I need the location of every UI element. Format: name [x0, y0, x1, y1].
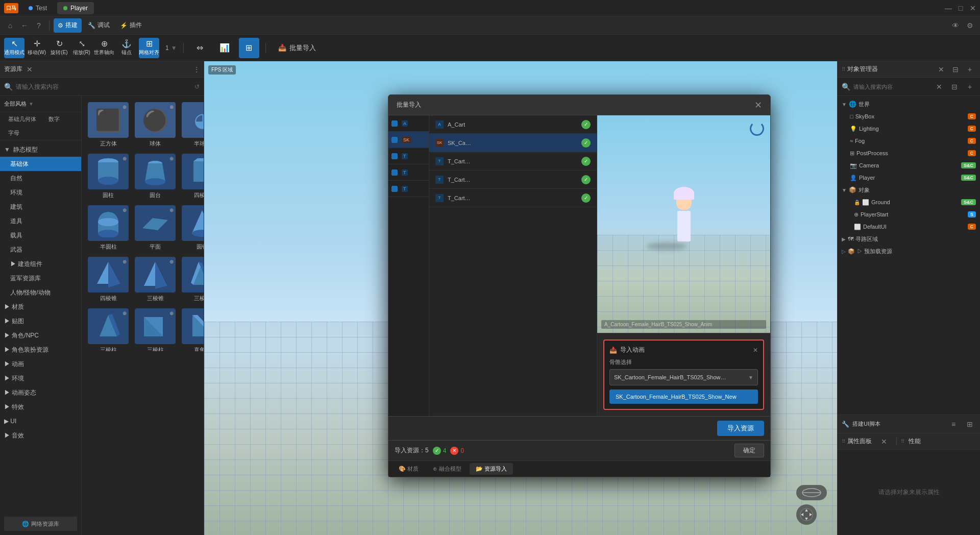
tree-env[interactable]: ▶ 环境: [0, 371, 81, 385]
select-tool[interactable]: ↖ 通用模式: [4, 38, 24, 58]
filter-tab-letter[interactable]: 字母: [4, 128, 23, 138]
import-modal-close-button[interactable]: ✕: [754, 100, 762, 111]
tree-effect[interactable]: ▶ 特效: [0, 400, 81, 414]
shape-right-angle-item[interactable]: ⊕ 直角…: [180, 306, 204, 351]
settings-icon[interactable]: ⚙: [964, 19, 976, 32]
obj-defaultui-item[interactable]: ⬜ DefaultUI C: [838, 221, 980, 233]
chart-tool[interactable]: 📊: [214, 38, 235, 58]
zoom-icon-8[interactable]: ⊕: [169, 207, 174, 213]
file-checkbox-t3[interactable]: [391, 186, 398, 192]
tree-weapon[interactable]: 武器: [0, 242, 81, 257]
grid-align-tool[interactable]: ⊞ 网格对齐: [139, 38, 159, 58]
properties-close[interactable]: ✕: [878, 435, 890, 448]
network-resources-button[interactable]: 🌐 网络资源库: [4, 517, 77, 531]
shape-half-cylinder-item[interactable]: ⊕ 半圆柱: [86, 203, 131, 253]
file-item-t2[interactable]: T T_Cart… ✓: [429, 171, 597, 189]
tree-building[interactable]: 建筑: [0, 200, 81, 214]
anim-modal-close[interactable]: ✕: [753, 347, 758, 354]
file-row-t1[interactable]: T: [388, 148, 429, 164]
tree-character[interactable]: 人物/怪物/动物: [0, 285, 81, 300]
tree-animation[interactable]: ▶ 动画: [0, 357, 81, 371]
obj-manager-filter[interactable]: ⊟: [949, 63, 962, 76]
assets-panel-close[interactable]: ✕: [26, 65, 34, 74]
obj-manager-close[interactable]: ✕: [935, 63, 947, 76]
file-item-t1[interactable]: T T_Cart… ✓: [429, 152, 597, 171]
viewport-joystick-icon[interactable]: [796, 504, 817, 525]
zoom-icon-14[interactable]: ⊕: [169, 310, 174, 316]
obj-filter-icon[interactable]: ⊟: [948, 81, 961, 93]
tree-anim-pose[interactable]: ▶ 动画姿态: [0, 385, 81, 400]
viewport-move-icon[interactable]: [796, 485, 827, 500]
tab-resource-import[interactable]: 📂 资源导入: [470, 463, 513, 475]
shape-hemisphere-item[interactable]: ◕ ⊕ 半球体: [180, 100, 204, 150]
zoom-icon-5[interactable]: ⊕: [169, 156, 174, 161]
clear-icon[interactable]: ↺: [194, 83, 200, 90]
shape-cylinder-item[interactable]: ⊕ 圆柱: [86, 152, 131, 201]
tree-npc[interactable]: ▶ 角色/NPC: [0, 328, 81, 343]
build-script-grid-icon[interactable]: ⊞: [964, 418, 976, 430]
zoom-icon-10[interactable]: ⊕: [122, 259, 127, 264]
filter-tab-number[interactable]: 数字: [44, 114, 64, 124]
obj-world-item[interactable]: ▼ 🌐 世界: [838, 98, 980, 110]
confirm-button[interactable]: 确定: [734, 444, 764, 457]
anchor-tool[interactable]: ⚓ 锚点: [116, 38, 137, 58]
shape-quad-pyramid-item[interactable]: ⊕ 四棱锥: [86, 255, 131, 304]
file-item-a-cart[interactable]: A A_Cart ✓: [429, 115, 597, 134]
close-button[interactable]: ✕: [970, 5, 976, 11]
obj-player-item[interactable]: 👤 Player S&C: [838, 172, 980, 184]
filter-tab-basic[interactable]: 基础几何体: [4, 114, 40, 124]
shape-sphere-item[interactable]: ⚫ ⊕ 球体: [133, 100, 178, 150]
tree-basic-body[interactable]: 基础体: [0, 157, 81, 171]
file-checkbox-sk[interactable]: [391, 137, 398, 143]
assets-search-input[interactable]: [16, 83, 191, 90]
tree-ui[interactable]: ▶ UI: [0, 414, 81, 428]
obj-ground-item[interactable]: 🔒 ⬜ Ground S&C: [838, 196, 980, 208]
file-checkbox-t1[interactable]: [391, 153, 398, 159]
snap-tool[interactable]: ⇔: [190, 38, 210, 58]
obj-skybox-item[interactable]: □ SkyBox C: [838, 110, 980, 123]
build-script-list-icon[interactable]: ≡: [947, 418, 960, 430]
import-resources-button[interactable]: 导入资源: [717, 421, 764, 436]
help-icon[interactable]: ?: [33, 19, 45, 32]
file-row-a-cart[interactable]: A: [388, 115, 429, 132]
tree-props[interactable]: 道具: [0, 214, 81, 228]
tab-material[interactable]: 🎨 材质: [393, 463, 425, 475]
obj-camera-item[interactable]: 📷 Camera S&C: [838, 159, 980, 172]
shape-cube-item[interactable]: ⬛ ⊕ 正方体: [86, 100, 131, 150]
obj-search-clear[interactable]: ✕: [933, 81, 945, 93]
batch-import-button[interactable]: 📥 批量导入: [272, 40, 322, 56]
shape-quad-prism-item[interactable]: ⊕ 四棱柱: [180, 152, 204, 201]
plugin-button[interactable]: ⚡ 插件: [116, 18, 146, 33]
minimize-button[interactable]: —: [945, 5, 951, 11]
file-item-sk[interactable]: SK SK_Ca… ✓: [429, 134, 597, 152]
zoom-icon-13[interactable]: ⊕: [122, 310, 127, 316]
shape-tri-pyramid-item[interactable]: ⊕ 三棱锥: [133, 255, 178, 304]
shape-frustum-item[interactable]: ⊕ 圆台: [133, 152, 178, 201]
obj-lighting-item[interactable]: 💡 Lighting C: [838, 123, 980, 135]
file-row-t3[interactable]: T: [388, 181, 429, 197]
tree-environment[interactable]: 环境: [0, 185, 81, 200]
tree-texture[interactable]: ▶ 贴图: [0, 314, 81, 328]
view-tool[interactable]: ⊞: [239, 38, 259, 58]
skeleton-option[interactable]: SK_Cartoon_Female_HairB_TS025_Show_New: [609, 390, 758, 404]
shape-tri-prism3-item[interactable]: ⊕ 三棱柱: [133, 306, 178, 351]
obj-manager-add[interactable]: +: [964, 63, 976, 76]
tree-nature[interactable]: 自然: [0, 171, 81, 185]
obj-fog-item[interactable]: ≈ Fog C: [838, 135, 980, 147]
tree-blue-resource[interactable]: 蓝军资源库: [0, 271, 81, 285]
zoom-icon-2[interactable]: ⊕: [169, 104, 174, 110]
zoom-icon-7[interactable]: ⊕: [122, 207, 127, 213]
debug-button[interactable]: 🔧 调试: [84, 18, 114, 33]
back-icon[interactable]: ←: [18, 19, 31, 32]
tab-player[interactable]: Player: [57, 2, 94, 14]
assets-panel-more[interactable]: ⋮: [193, 66, 200, 73]
obj-object-group[interactable]: ▼ 📦 对象: [838, 184, 980, 196]
obj-pathfind-item[interactable]: ▶ 🗺 寻路区域: [838, 233, 980, 245]
file-item-t3[interactable]: T T_Cart… ✓: [429, 189, 597, 207]
file-row-sk[interactable]: SK: [388, 132, 429, 148]
shape-tri-prism-item[interactable]: ⊕ 三棱柱: [180, 255, 204, 304]
tab-merge[interactable]: ⊕ 融合模型: [427, 463, 468, 475]
tree-costume[interactable]: ▶ 角色装扮资源: [0, 343, 81, 357]
move-tool[interactable]: ✛ 移动(W): [27, 38, 47, 58]
obj-postprocess-item[interactable]: ⊞ PostProcess C: [838, 147, 980, 159]
